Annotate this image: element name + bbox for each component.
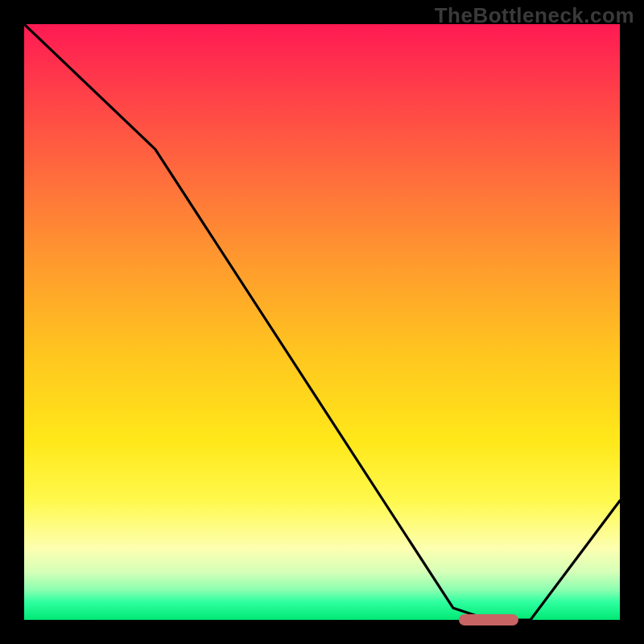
plot-area <box>24 24 620 620</box>
chart-frame: TheBottleneck.com <box>0 0 644 644</box>
curve-path <box>24 24 620 620</box>
optimal-range-marker <box>459 614 518 625</box>
bottleneck-curve <box>24 24 620 620</box>
